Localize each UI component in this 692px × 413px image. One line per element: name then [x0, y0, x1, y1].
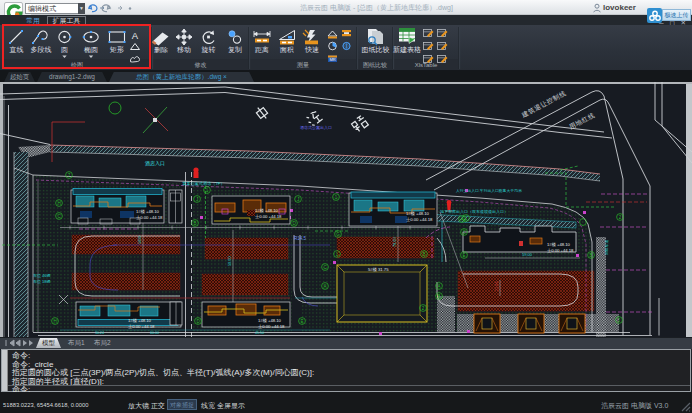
svg-text:H: H: [57, 201, 60, 206]
svg-text:测量: 测量: [296, 61, 309, 68]
svg-text:7: 7: [68, 173, 71, 178]
svg-text:复制: 复制: [228, 46, 242, 54]
svg-text:A: A: [460, 217, 463, 222]
svg-text:1: 1: [335, 195, 338, 200]
svg-text:C: C: [57, 214, 61, 219]
svg-text:旋转: 旋转: [202, 46, 216, 54]
svg-text:C: C: [323, 265, 327, 270]
svg-text:士0.00 +44.18: 士0.00 +44.18: [128, 324, 155, 329]
svg-text:J: J: [297, 197, 299, 202]
svg-text:快速: 快速: [304, 46, 319, 53]
svg-text:D: D: [196, 319, 200, 324]
svg-text:XlsTable: XlsTable: [415, 62, 438, 68]
svg-text:MR: MR: [329, 57, 335, 62]
svg-text:2: 2: [619, 215, 622, 220]
svg-text:1#楼 +48.10: 1#楼 +48.10: [258, 318, 282, 323]
svg-text:车位 46辆: 车位 46辆: [33, 273, 51, 278]
svg-text:D: D: [292, 221, 296, 226]
svg-text:21.06: 21.06: [495, 281, 499, 291]
svg-text:B: B: [422, 252, 425, 257]
svg-text:79.00: 79.00: [393, 237, 397, 247]
svg-text:1: 1: [206, 188, 209, 193]
svg-text:R14.5: R14.5: [294, 236, 307, 241]
svg-text:士0.00 +44.18: 士0.00 +44.18: [258, 324, 285, 329]
svg-text:A: A: [437, 284, 440, 289]
svg-text:移动: 移动: [177, 46, 191, 54]
svg-text:B: B: [193, 221, 196, 226]
svg-text:距离: 距离: [255, 46, 269, 53]
svg-text:面积: 面积: [279, 46, 294, 54]
svg-text:地下车库出入口（双车道坡道出入口）: 地下车库出入口（双车道坡道出入口）: [439, 209, 508, 214]
svg-text:消防车道: 消防车道: [604, 240, 609, 255]
svg-text:59.00: 59.00: [522, 252, 533, 257]
svg-text:删除: 删除: [154, 46, 168, 54]
svg-text:H: H: [53, 319, 56, 324]
svg-text:士0.00 +44.18: 士0.00 +44.18: [406, 217, 433, 222]
svg-text:G: G: [336, 232, 340, 237]
svg-text:建筑退让控制线: 建筑退让控制线: [520, 89, 568, 120]
svg-text:B: B: [437, 294, 440, 299]
svg-text:5000: 5000: [138, 236, 142, 244]
svg-text:酒店式公寓出入口: 酒店式公寓出入口: [300, 125, 332, 130]
svg-text:E: E: [300, 319, 303, 324]
svg-text:1#楼 +48.10: 1#楼 +48.10: [547, 242, 571, 247]
svg-text:J: J: [196, 197, 198, 202]
svg-text:修改: 修改: [195, 61, 207, 68]
svg-text:士0.00 +44.18: 士0.00 +44.18: [255, 214, 282, 219]
svg-text:新建表格: 新建表格: [393, 45, 421, 54]
svg-text:士0.00 +44.18: 士0.00 +44.18: [136, 215, 163, 220]
svg-text:1: 1: [336, 252, 339, 257]
svg-text:E: E: [462, 253, 465, 258]
svg-text:A: A: [323, 284, 326, 289]
svg-text:士0.00 +44.18: 士0.00 +44.18: [547, 248, 574, 253]
svg-text:人行主出入口 车行出入口距离大于75米: 人行主出入口 车行出入口距离大于75米: [456, 188, 522, 193]
svg-text:某某公寓式酒店（7F）: 某某公寓式酒店（7F）: [182, 181, 225, 186]
svg-text:图纸比较: 图纸比较: [362, 46, 390, 54]
svg-text:5#楼 31.75: 5#楼 31.75: [368, 267, 389, 272]
svg-text:用地红线: 用地红线: [568, 111, 596, 131]
svg-text:酒店入口: 酒店入口: [145, 160, 165, 167]
svg-text:图纸比较: 图纸比较: [363, 62, 387, 69]
svg-text:车位 18辆: 车位 18辆: [33, 279, 51, 284]
svg-text:J: J: [618, 318, 620, 323]
svg-text:B: B: [589, 253, 592, 258]
svg-text:50.00: 50.00: [228, 256, 232, 266]
svg-text:1#楼 +48.10: 1#楼 +48.10: [136, 209, 160, 214]
svg-text:1#楼 +48.10: 1#楼 +48.10: [406, 211, 430, 216]
svg-text:1#楼 +48.10: 1#楼 +48.10: [255, 208, 279, 213]
svg-text:1: 1: [465, 216, 468, 221]
svg-text:1#楼 +48.10: 1#楼 +48.10: [128, 318, 152, 323]
